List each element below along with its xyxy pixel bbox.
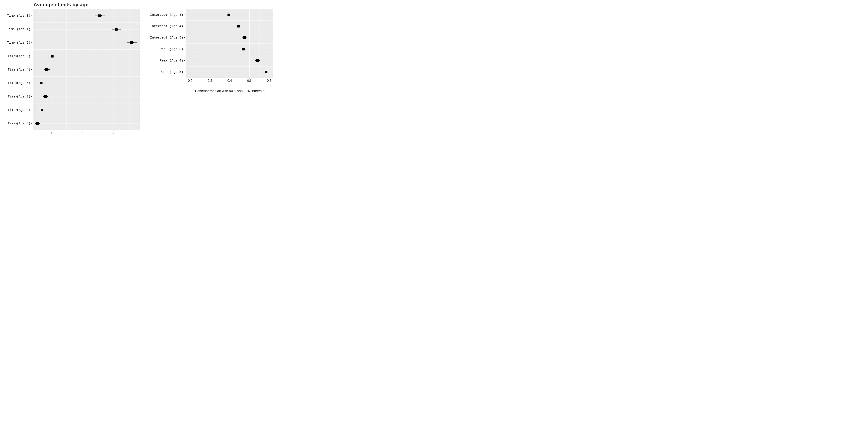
- gridline-major: [33, 110, 140, 110]
- y-category-label: Time (Age 5) -: [0, 36, 33, 50]
- left-plot-col: 012: [33, 9, 140, 135]
- figure-container: Average effects by age Time (Age 3) -Tim…: [0, 0, 270, 137]
- median-point: [40, 82, 42, 84]
- y-category-label: Time3 (Age 4) -: [0, 103, 33, 117]
- y-category-label: Peak (Age 3) -: [147, 43, 186, 55]
- median-point: [36, 122, 39, 125]
- right-panel: Intercept (Age 3) -Intercept (Age 4) -In…: [147, 9, 273, 93]
- median-point: [265, 71, 268, 73]
- x-tick-label: 0.4: [227, 79, 232, 83]
- y-category-label: Time2 (Age 4) -: [0, 63, 33, 76]
- median-point: [51, 55, 54, 58]
- median-point: [242, 48, 245, 51]
- median-point: [98, 14, 101, 17]
- x-tick-label: 2: [113, 131, 114, 135]
- left-x-axis: 012: [33, 130, 140, 135]
- chart-title: Average effects by age: [33, 2, 88, 8]
- x-tick: [249, 78, 250, 79]
- median-point: [256, 59, 258, 62]
- y-category-label: Time (Age 4) -: [0, 23, 33, 36]
- right-plot-area: [186, 9, 273, 78]
- median-point: [115, 28, 118, 31]
- median-point: [227, 13, 230, 16]
- x-tick-label: 0: [50, 131, 52, 135]
- x-tick-label: 0.0: [188, 79, 192, 83]
- median-point: [44, 95, 46, 98]
- median-point: [237, 25, 240, 28]
- y-category-label: Time (Age 3) -: [0, 9, 33, 23]
- gridline-major: [33, 83, 140, 83]
- y-category-label: Time3 (Age 3) -: [0, 90, 33, 103]
- median-point: [243, 36, 246, 39]
- right-y-labels: Intercept (Age 3) -Intercept (Age 4) -In…: [147, 9, 186, 78]
- median-point: [45, 68, 48, 71]
- y-category-label: Intercept (Age 5) -: [147, 32, 186, 43]
- right-x-label: Posterior median with 90% and 50% interv…: [186, 89, 273, 93]
- right-plot-row: Intercept (Age 3) -Intercept (Age 4) -In…: [147, 9, 273, 93]
- gridline-minor: [33, 103, 140, 103]
- x-tick-label: 1: [81, 131, 83, 135]
- left-plot-row: Time (Age 3) -Time (Age 4) -Time (Age 5)…: [0, 9, 140, 135]
- y-category-label: Intercept (Age 3) -: [147, 9, 186, 21]
- left-y-labels: Time (Age 3) -Time (Age 4) -Time (Age 5)…: [0, 9, 33, 130]
- x-tick: [210, 78, 210, 79]
- median-point: [41, 109, 43, 111]
- gridline-minor: [186, 32, 273, 32]
- x-tick: [114, 130, 114, 131]
- x-tick-label: 0.6: [247, 79, 252, 83]
- x-tick-label: 0.2: [208, 79, 212, 83]
- left-plot-area: [33, 9, 140, 130]
- y-category-label: Peak (Age 5) -: [147, 66, 186, 78]
- x-tick: [51, 130, 51, 131]
- y-category-label: Time2 (Age 3) -: [0, 50, 33, 63]
- left-panel: Average effects by age Time (Age 3) -Tim…: [0, 2, 140, 135]
- gridline-major: [186, 49, 273, 50]
- y-category-label: Time2 (Age 5) -: [0, 76, 33, 90]
- y-category-label: Intercept (Age 4) -: [147, 21, 186, 32]
- median-point: [130, 41, 133, 44]
- y-category-label: Time3 (Age 5) -: [0, 117, 33, 130]
- x-tick-label: 0.8: [267, 79, 272, 83]
- gridline-minor: [33, 76, 140, 76]
- right-x-axis: 0.00.20.40.60.8: [186, 78, 273, 83]
- y-category-label: Peak (Age 4) -: [147, 55, 186, 66]
- right-plot-col: 0.00.20.40.60.8 Posterior median with 90…: [186, 9, 273, 93]
